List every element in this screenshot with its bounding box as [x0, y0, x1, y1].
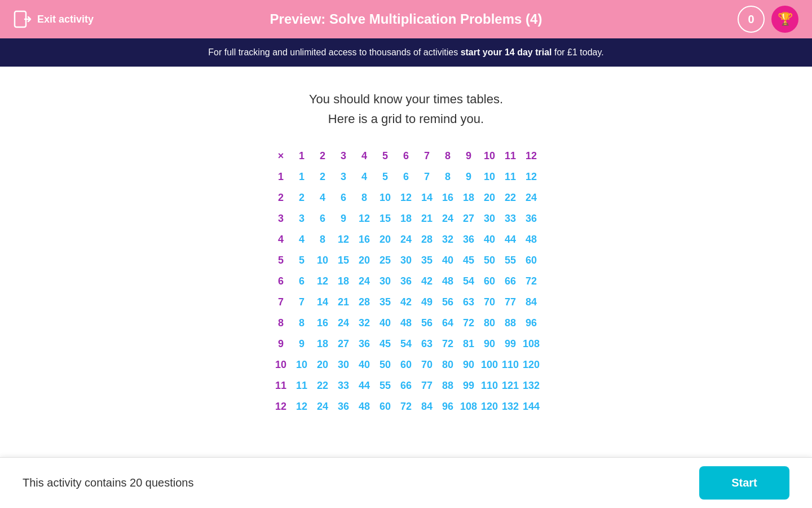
questions-count: This activity contains 20 questions: [23, 476, 194, 489]
table-cell: 64: [438, 313, 458, 334]
table-cell: 36: [396, 271, 417, 292]
table-cell: 30: [396, 250, 417, 271]
table-row: 771421283542495663707784: [271, 292, 542, 313]
table-cell: 45: [375, 334, 396, 354]
table-cell: 108: [458, 396, 479, 417]
table-cell: 16: [438, 187, 458, 208]
exit-label: Exit activity: [37, 14, 94, 25]
table-cell: 27: [458, 208, 479, 229]
table-cell: 12: [333, 229, 354, 250]
table-row: 10102030405060708090100110120: [271, 354, 542, 375]
table-cell: 96: [521, 313, 542, 334]
table-cell: 99: [458, 375, 479, 396]
table-row: 551015202530354045505560: [271, 250, 542, 271]
table-cell: 80: [438, 354, 458, 375]
table-cell: 18: [396, 208, 417, 229]
row-header: 7: [271, 292, 292, 313]
table-cell: 28: [354, 292, 375, 313]
table-cell: 36: [354, 334, 375, 354]
score-display[interactable]: 0: [738, 6, 765, 33]
table-cell: 60: [375, 396, 396, 417]
col-header: 5: [375, 146, 396, 167]
table-cell: 12: [354, 208, 375, 229]
table-cell: 66: [500, 271, 521, 292]
table-cell: 24: [396, 229, 417, 250]
table-cell: 70: [479, 292, 500, 313]
banner-text-end: for £1 today.: [551, 47, 603, 57]
table-cell: 35: [417, 250, 438, 271]
table-cell: 48: [438, 271, 458, 292]
table-cell: 110: [479, 375, 500, 396]
promo-banner: For full tracking and unlimited access t…: [0, 38, 812, 67]
main-content: You should know your times tables. Here …: [0, 67, 812, 457]
table-cell: 6: [292, 271, 312, 292]
col-header: 8: [438, 146, 458, 167]
table-cell: 28: [417, 229, 438, 250]
row-header: 2: [271, 187, 292, 208]
table-cell: 84: [521, 292, 542, 313]
table-cell: 72: [438, 334, 458, 354]
col-header: 2: [312, 146, 333, 167]
table-cell: 8: [312, 229, 333, 250]
page-title: Preview: Solve Multiplication Problems (…: [270, 11, 542, 27]
table-cell: 4: [292, 229, 312, 250]
table-cell: 44: [500, 229, 521, 250]
bottom-bar: This activity contains 20 questions Star…: [0, 457, 812, 508]
trophy-icon: 🏆: [778, 12, 793, 27]
row-header: 9: [271, 334, 292, 354]
table-cell: 6: [396, 167, 417, 187]
exit-button[interactable]: Exit activity: [14, 10, 94, 28]
row-header: 1: [271, 167, 292, 187]
table-row: 661218243036424854606672: [271, 271, 542, 292]
row-header: 11: [271, 375, 292, 396]
table-cell: 42: [396, 292, 417, 313]
table-cell: 50: [375, 354, 396, 375]
table-cell: 18: [312, 334, 333, 354]
table-cell: 84: [417, 396, 438, 417]
col-header: 4: [354, 146, 375, 167]
table-cell: 55: [375, 375, 396, 396]
col-header: 6: [396, 146, 417, 167]
table-cell: 9: [458, 167, 479, 187]
table-cell: 80: [479, 313, 500, 334]
table-cell: 9: [333, 208, 354, 229]
table-cell: 7: [292, 292, 312, 313]
table-cell: 32: [438, 229, 458, 250]
row-header: 10: [271, 354, 292, 375]
table-cell: 77: [500, 292, 521, 313]
times-table: × 123456789101112 1123456789101112224681…: [271, 146, 542, 417]
table-cell: 66: [396, 375, 417, 396]
header: Exit activity Preview: Solve Multiplicat…: [0, 0, 812, 38]
col-header: 10: [479, 146, 500, 167]
row-header: 12: [271, 396, 292, 417]
table-cell: 8: [438, 167, 458, 187]
table-cell: 40: [438, 250, 458, 271]
table-row: 11112233445566778899110121132: [271, 375, 542, 396]
table-cell: 22: [312, 375, 333, 396]
trophy-button[interactable]: 🏆: [771, 6, 798, 33]
table-cell: 27: [333, 334, 354, 354]
banner-text-bold: start your 14 day trial: [461, 47, 552, 57]
table-cell: 15: [375, 208, 396, 229]
table-cell: 6: [312, 208, 333, 229]
table-cell: 60: [396, 354, 417, 375]
intro-line2: Here is a grid to remind you.: [309, 109, 503, 129]
table-cell: 36: [458, 229, 479, 250]
table-cell: 88: [438, 375, 458, 396]
table-cell: 33: [500, 208, 521, 229]
table-cell: 60: [521, 250, 542, 271]
start-button[interactable]: Start: [699, 466, 789, 500]
table-cell: 72: [521, 271, 542, 292]
table-cell: 60: [479, 271, 500, 292]
row-header: 6: [271, 271, 292, 292]
table-cell: 81: [458, 334, 479, 354]
table-cell: 10: [312, 250, 333, 271]
table-cell: 15: [333, 250, 354, 271]
table-cell: 8: [354, 187, 375, 208]
table-row: 44812162024283236404448: [271, 229, 542, 250]
intro-line1: You should know your times tables.: [309, 89, 503, 109]
table-cell: 16: [312, 313, 333, 334]
table-cell: 10: [292, 354, 312, 375]
table-cell: 24: [333, 313, 354, 334]
table-cell: 96: [438, 396, 458, 417]
